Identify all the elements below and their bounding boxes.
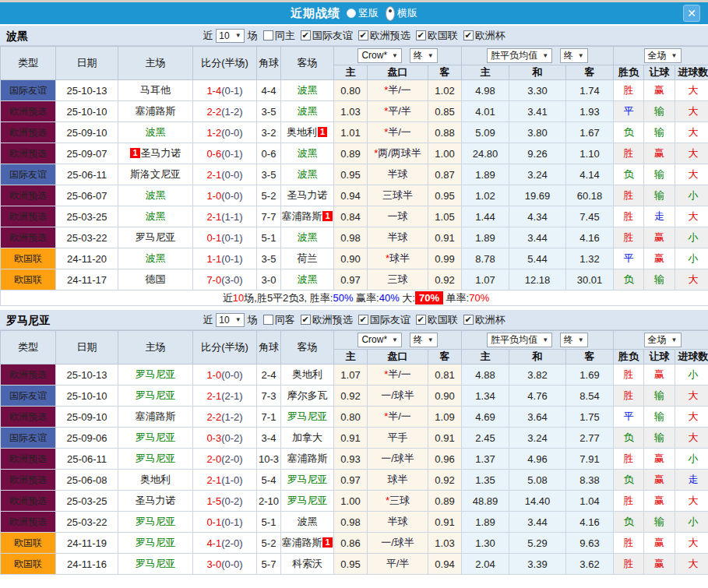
col-header-result-handicap: 让球 <box>644 65 675 80</box>
team-label: 塞浦路斯 <box>136 105 176 117</box>
result-outcome: 胜 <box>614 227 644 248</box>
odds-handicap: 三球 <box>368 269 428 290</box>
filter-controls: 近 10▼ 场 同客 欧洲预选 国际友谊 欧国联 欧洲杯 <box>203 313 505 327</box>
competition-checkbox[interactable] <box>463 315 474 325</box>
competition-checkbox[interactable] <box>416 315 426 325</box>
away-team: 塞浦路斯 <box>281 449 334 470</box>
close-icon[interactable]: ✕ <box>683 5 700 22</box>
vertical-layout-radio-option[interactable]: 竖版 <box>347 6 379 20</box>
fulltime-select[interactable]: 全场▼ <box>644 333 682 347</box>
fulltime-score: 1-1 <box>206 253 221 265</box>
match-type-badge: 欧洲预选 <box>1 491 56 512</box>
competition-checkbox[interactable] <box>358 315 368 325</box>
team-label: 波黑 <box>298 147 318 159</box>
odds-time-select[interactable]: 终▼ <box>410 333 438 347</box>
corners: 10-3 <box>257 449 281 470</box>
match-count-select[interactable]: 10▼ <box>216 313 244 327</box>
avg-away: 1.75 <box>566 407 614 428</box>
fulltime-value: 全场 <box>648 333 667 347</box>
avg-time-select[interactable]: 终▼ <box>560 48 588 63</box>
result-handicap: 输 <box>644 164 675 185</box>
match-date: 25-03-25 <box>56 206 118 227</box>
col-header-date: 日期 <box>56 47 118 80</box>
avg-draw: 4.96 <box>509 449 566 470</box>
competition-checkbox[interactable] <box>301 30 311 40</box>
competition-checkbox[interactable] <box>301 315 311 325</box>
corners: 3-5 <box>257 164 281 185</box>
halftime-score: (3-0) <box>221 274 242 286</box>
score: 1-5(0-2) <box>193 491 257 512</box>
match-type-badge: 欧洲预选 <box>1 101 56 122</box>
avg-home: 1.34 <box>462 386 509 407</box>
avg-type-select[interactable]: 胜平负均值▼ <box>487 48 552 63</box>
odds-home: 0.98 <box>334 227 368 248</box>
match-type-badge: 欧国联 <box>1 533 56 554</box>
team-label: 罗马尼亚 <box>136 516 176 527</box>
odds-handicap: 平手 <box>368 428 428 449</box>
fulltime-score: 2-1 <box>206 169 221 181</box>
avg-away: 4.14 <box>566 164 614 185</box>
competition-checkbox[interactable] <box>416 30 426 40</box>
same-away-checkbox[interactable] <box>263 315 273 325</box>
team-label: 塞浦路斯 <box>136 410 176 422</box>
same-home-checkbox[interactable] <box>263 30 273 40</box>
match-row: 欧洲预选25-06-11罗马尼亚2-0(2-0)10-3塞浦路斯0.93一/球半… <box>1 449 708 470</box>
fulltime-score: 3-0 <box>206 558 221 570</box>
odds-home: 1.01 <box>334 122 368 143</box>
team-label: 罗马尼亚 <box>136 558 176 569</box>
score: 0-1(0-1) <box>193 227 257 248</box>
competition-label: 欧洲杯 <box>475 29 505 43</box>
chevron-down-icon: ▼ <box>542 336 548 343</box>
handicap-label: 平/半 <box>386 558 410 569</box>
col-header-away: 客场 <box>281 331 334 364</box>
avg-draw: 3.41 <box>509 101 566 122</box>
result-goals: 小 <box>675 227 708 248</box>
summary-row: 近10场,胜5平2负3, 胜率:50% 赢率:40% 大:70% 单率:70% <box>1 290 708 306</box>
score: 2-1(1-1) <box>193 206 257 227</box>
away-team: 波黑 <box>281 269 334 290</box>
competition-checkbox[interactable] <box>358 30 368 40</box>
halftime-score: (0-2) <box>221 432 242 444</box>
odds-company-select[interactable]: Crow*▼ <box>358 333 402 347</box>
away-team: 塞浦路斯1 <box>281 533 334 554</box>
away-team: 奥地利 <box>281 364 334 386</box>
match-type-badge: 欧洲预选 <box>1 143 56 164</box>
home-team: 塞浦路斯 <box>118 101 193 122</box>
odds-group-header: Crow*▼ 终▼ <box>334 331 462 350</box>
avg-home: 24.80 <box>462 143 509 164</box>
odds-home: 1.00 <box>334 491 368 512</box>
team-label: 罗马尼亚 <box>287 474 328 485</box>
odds-handicap: *半/一 <box>368 364 428 386</box>
team-name: 罗马尼亚 <box>6 310 50 330</box>
match-count-select[interactable]: 10▼ <box>216 29 244 43</box>
away-team: 奥地利1 <box>281 122 334 143</box>
match-type-badge: 欧洲预选 <box>1 512 56 533</box>
avg-time-select[interactable]: 终▼ <box>560 333 588 347</box>
result-outcome: 胜 <box>614 143 644 164</box>
result-goals: 大 <box>675 206 708 227</box>
team-label: 罗马尼亚 <box>287 495 328 506</box>
avg-home: 1.02 <box>462 185 509 206</box>
odds-time-select[interactable]: 终▼ <box>410 48 438 63</box>
odds-time-value: 终 <box>414 333 423 347</box>
halftime-score: (0-0) <box>221 127 242 139</box>
match-row: 欧洲预选25-09-10塞浦路斯2-2(1-2)7-1罗马尼亚0.80*半/一1… <box>1 407 708 428</box>
fulltime-select[interactable]: 全场▼ <box>644 48 682 63</box>
match-row: 欧国联24-11-20波黑1-1(0-1)3-5荷兰0.90*球半0.998.7… <box>1 248 708 269</box>
horizontal-layout-radio-option[interactable]: 横版 <box>383 6 417 21</box>
result-outcome: 胜 <box>614 386 644 407</box>
score: 0-1(0-1) <box>193 512 257 533</box>
odds-handicap: 一球 <box>368 206 428 227</box>
radio-unselected-icon[interactable] <box>347 9 356 18</box>
odds-away: 0.89 <box>428 491 462 512</box>
match-date: 24-11-20 <box>56 248 118 269</box>
avg-type-select[interactable]: 胜平负均值▼ <box>487 333 552 347</box>
home-team: 圣马力诺 <box>118 491 193 512</box>
radio-selected-icon[interactable] <box>386 6 395 21</box>
team-label: 荷兰 <box>298 252 318 264</box>
summary-part: 单率: <box>443 292 469 304</box>
away-team: 波黑 <box>281 164 334 185</box>
avg-time-value: 终 <box>564 49 573 62</box>
odds-company-select[interactable]: Crow*▼ <box>358 48 402 63</box>
competition-checkbox[interactable] <box>463 30 474 40</box>
